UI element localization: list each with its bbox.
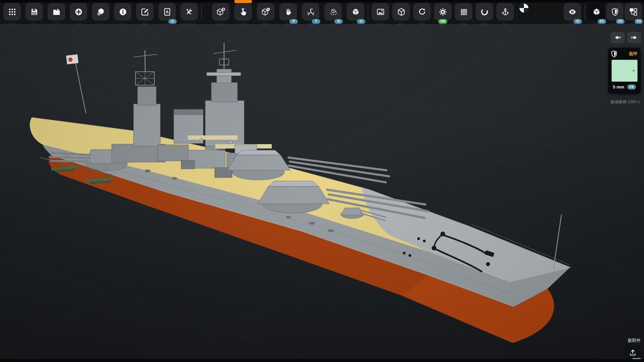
battleship-model[interactable]: [30, 43, 571, 343]
naval-ensign-flag: [66, 54, 78, 64]
toolbar-button-remove-block[interactable]: 删除: [257, 3, 274, 20]
toolbar-button-grid[interactable]: 网格: [455, 3, 472, 20]
toolbar-button-move[interactable]: YZXT移动: [302, 3, 319, 20]
bow-jackstaff: [553, 215, 561, 269]
arrow-up-bracket-icon: [628, 348, 637, 357]
toolbar-button-rotate[interactable]: R旋转: [324, 3, 342, 20]
undo-button[interactable]: [610, 32, 625, 43]
toolbar-button-mirror[interactable]: 镜像: [476, 3, 493, 20]
autosave-value: 1060 s: [628, 100, 640, 104]
toolbar-button-background[interactable]: 背景: [372, 3, 389, 20]
floppy-icon: [30, 7, 39, 16]
rotate-ccw-icon: [418, 7, 427, 16]
toolbar-divider: [201, 5, 202, 19]
button-label-parts-view: 部件: [593, 22, 600, 26]
redo-button[interactable]: [627, 32, 641, 43]
button-label-add-block: 添加: [217, 22, 224, 26]
image-icon: [376, 7, 385, 16]
edit-pencil-icon: [141, 7, 150, 16]
button-label-rename: 编辑: [142, 22, 148, 26]
button-label-decals: 字符: [164, 22, 170, 26]
steam-icon: [96, 7, 105, 16]
armor-panel-title: 装甲: [629, 51, 638, 57]
button-label-reset-view: 重置: [419, 22, 425, 26]
button-label-hull: 船体: [398, 22, 405, 26]
button-label-move: 移动: [307, 22, 314, 26]
folder-icon: [52, 7, 61, 16]
cube-minus-icon: [261, 7, 270, 16]
move-axes-icon: YZX: [306, 7, 315, 16]
gear-icon: [438, 7, 447, 16]
button-label-save: 保存: [31, 22, 38, 26]
svg-text:Y: Y: [311, 7, 313, 10]
toolbar-button-new[interactable]: 新建: [70, 3, 87, 20]
steam-icon: [96, 7, 105, 16]
toolbar-button-open[interactable]: 打开: [48, 3, 65, 20]
button-label-paint: 喷漆: [285, 22, 291, 26]
modules-icon: [629, 7, 638, 16]
toolbar-button-select[interactable]: 选择: [234, 3, 252, 20]
toolbar-button-info[interactable]: 信息: [114, 3, 131, 20]
ship-builder-screen: 菜单保存打开新建工坊信息编辑AG字符建造工具 添加选择删除P喷漆YZXT移动R旋…: [0, 0, 644, 362]
registration-mark-icon: [519, 3, 529, 13]
grid-menu-icon: [8, 7, 17, 16]
toolbar-button-modules-view[interactable]: F3模块: [625, 3, 642, 20]
toolbar-button-parts-view[interactable]: F1部件: [588, 3, 605, 20]
shield-icon: [610, 7, 620, 16]
toolbar-button-hull[interactable]: 船体: [392, 3, 410, 20]
cube-outline-icon: [397, 7, 406, 16]
button-label-select: 选择: [240, 22, 247, 26]
toolbar-button-save[interactable]: 保存: [25, 3, 43, 20]
viewport-3d[interactable]: [0, 0, 644, 362]
button-label-mirror: 镜像: [481, 22, 488, 26]
armor-material-dropdown[interactable]: [611, 60, 638, 82]
paint-bucket-icon: [284, 7, 293, 16]
toolbar-button-visibility[interactable]: O视图: [564, 3, 581, 20]
button-label-info: 信息: [119, 22, 126, 26]
toolbar-button-reset-view[interactable]: 重置: [413, 3, 431, 20]
toolbar-button-paint[interactable]: P喷漆: [279, 3, 297, 20]
new-part-button[interactable]: TAB: [625, 345, 641, 361]
toolbar-button-workshop[interactable]: 工坊: [92, 3, 109, 20]
toolbar-button-mode[interactable]: ON模式: [434, 3, 451, 20]
cube-plus-icon: [216, 7, 225, 16]
button-label-open: 打开: [53, 22, 60, 26]
bottom-edge-strip: [0, 359, 644, 362]
info-circle-icon: [118, 7, 127, 16]
active-tool-indicator: [234, 0, 252, 3]
toolbar-button-scale[interactable]: U尺寸: [347, 3, 364, 20]
paint-bucket-icon: [284, 7, 293, 16]
button-label-remove-block: 删除: [262, 22, 269, 26]
autosave-label: 自动保存: [610, 100, 627, 104]
button-label-menu: 菜单: [9, 22, 15, 26]
folder-icon: [52, 7, 61, 16]
rotate-ccw-icon: [418, 7, 427, 16]
toolbar-button-armor-view[interactable]: F2装甲: [606, 3, 624, 20]
gear-icon: [438, 7, 447, 16]
toolbar-button-rename[interactable]: 编辑: [136, 3, 154, 20]
button-label-anchor: 锚点: [502, 22, 508, 26]
svg-text:A: A: [166, 10, 169, 14]
arrow-left-icon: [613, 34, 622, 42]
toolbar-button-build-tools[interactable]: 建造工具: [180, 3, 198, 20]
eye-icon: [568, 7, 577, 16]
edit-pencil-icon: [141, 7, 150, 16]
eye-icon: [568, 7, 577, 16]
grid-lines-icon: [459, 7, 468, 16]
arrow-up-from-bracket-icon: [628, 348, 637, 358]
grid-lines-icon: [459, 7, 468, 16]
toolbar-button-add-block[interactable]: 添加: [212, 3, 229, 20]
mirror-circle-icon: [480, 7, 489, 16]
toolbar-button-menu[interactable]: 菜单: [3, 3, 21, 20]
hand-pointer-icon: [239, 7, 248, 16]
arrow-right-icon: [630, 34, 638, 42]
button-label-armor-view: 装甲: [611, 22, 618, 26]
rotate-cube-icon: [329, 7, 338, 16]
button-label-scale: 尺寸: [352, 22, 359, 26]
crossed-tools-icon: [185, 7, 194, 16]
toolbar-button-decals[interactable]: AG字符: [158, 3, 176, 20]
toolbar-button-anchor[interactable]: 锚点: [496, 3, 514, 20]
button-label-visibility: 视图: [569, 22, 576, 26]
cube-outline-icon: [397, 7, 406, 16]
cube-minus-icon: [261, 7, 270, 16]
